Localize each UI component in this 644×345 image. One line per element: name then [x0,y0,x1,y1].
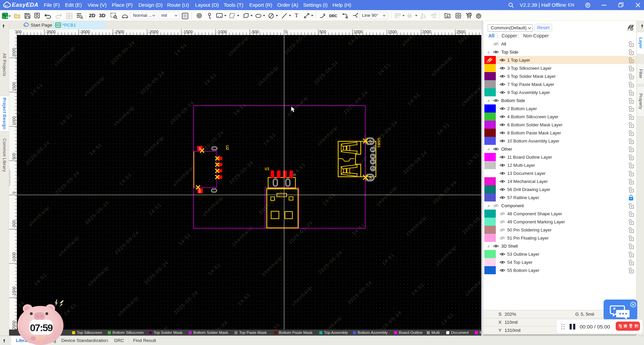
svg-text:-3500: -3500 [45,30,56,34]
svg-text:0: 0 [12,192,17,194]
svg-text:1500: 1500 [388,30,397,34]
svg-text:2000: 2000 [12,48,17,57]
svg-text:8: 8 [199,189,201,194]
svg-text:1500: 1500 [12,82,17,91]
svg-text:-3000: -3000 [79,30,90,34]
svg-text:U2: U2 [225,145,229,150]
svg-text:3: 3 [372,159,374,164]
svg-text:-1500: -1500 [12,286,17,297]
svg-text:-2500: -2500 [114,30,124,34]
svg-text:5: 5 [369,175,372,181]
svg-text:2500: 2500 [456,30,465,34]
svg-text:1000: 1000 [354,30,363,34]
svg-text:G: G [446,14,449,18]
svg-text:-500: -500 [251,30,259,34]
svg-text:0: 0 [285,30,288,34]
svg-text:1: 1 [372,147,374,152]
svg-text:-1000: -1000 [217,30,227,34]
svg-text:2000: 2000 [422,30,431,34]
svg-text:-1000: -1000 [12,252,17,262]
svg-text:U1: U1 [265,167,269,171]
svg-text:5: 5 [369,138,372,144]
svg-text:1000: 1000 [12,116,17,125]
svg-text:500: 500 [12,153,17,159]
svg-text:-500: -500 [12,220,17,228]
svg-text:-1500: -1500 [182,30,193,34]
svg-text:-2000: -2000 [12,320,17,330]
svg-text:-2000: -2000 [148,30,159,34]
svg-text:USB1: USB1 [377,138,381,148]
svg-text:4: 4 [372,166,374,171]
svg-text:500: 500 [319,30,326,34]
svg-text:2: 2 [372,154,374,159]
